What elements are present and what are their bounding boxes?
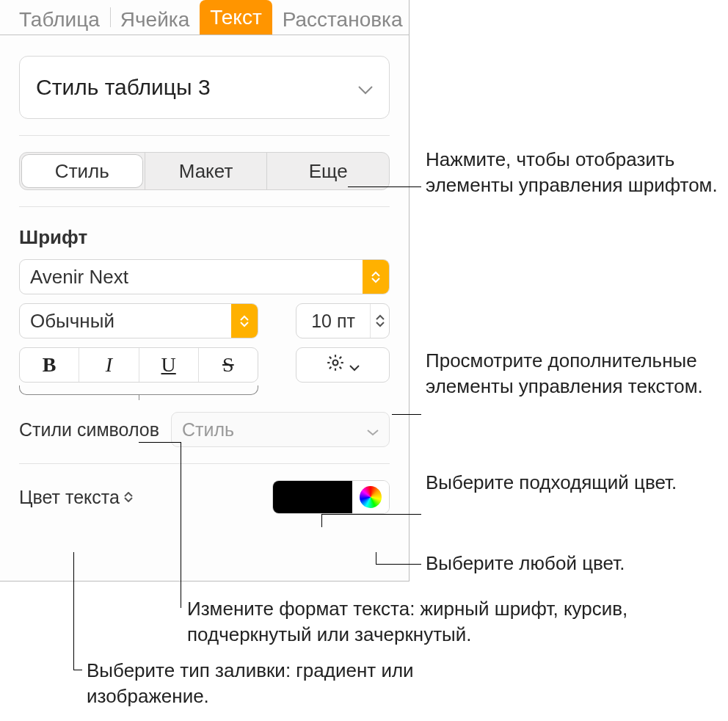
updown-icon: [363, 260, 389, 294]
bold-button[interactable]: B: [20, 348, 79, 382]
svg-point-0: [333, 360, 338, 365]
tab-table[interactable]: Таблица: [9, 0, 110, 35]
chevron-down-icon: [349, 354, 360, 377]
gear-icon: [326, 353, 345, 377]
callout-font-controls: Нажмите, чтобы отобразить элементы управ…: [426, 147, 719, 198]
divider: [19, 135, 390, 136]
subtab-more[interactable]: Еще: [266, 153, 389, 189]
font-weight-popup[interactable]: Обычный: [19, 303, 258, 338]
text-color-controls: [272, 480, 390, 514]
color-picker-button[interactable]: [352, 481, 389, 513]
character-style-placeholder: Стиль: [182, 419, 234, 441]
text-color-label: Цвет текста: [19, 487, 120, 508]
font-weight-value: Обычный: [20, 310, 231, 333]
strikethrough-button[interactable]: S: [198, 348, 258, 382]
tab-text[interactable]: Текст: [200, 0, 272, 35]
divider: [19, 206, 390, 207]
callout-advanced-text: Просмотрите дополнительные элементы упра…: [426, 348, 727, 399]
color-wheel-icon: [360, 486, 382, 508]
stepper-icon[interactable]: [370, 304, 389, 338]
svg-line-5: [330, 356, 331, 358]
subtab-layout[interactable]: Макет: [145, 153, 267, 189]
updown-icon: [231, 304, 258, 338]
text-color-label-popup[interactable]: Цвет текста: [19, 487, 133, 508]
text-format-group: B I U S: [19, 347, 258, 383]
inspector-tabs: Таблица Ячейка Текст Расстановка: [0, 0, 409, 35]
divider: [19, 463, 390, 464]
text-subtabs: Стиль Макет Еще: [19, 152, 390, 190]
updown-icon: [124, 492, 133, 502]
italic-button[interactable]: I: [79, 348, 138, 382]
character-styles-label: Стили символов: [19, 419, 159, 441]
tab-arrange[interactable]: Расстановка: [272, 0, 413, 35]
paragraph-style-popup[interactable]: Стиль таблицы 3: [19, 56, 390, 119]
underline-button[interactable]: U: [139, 348, 198, 382]
chevron-down-icon: [367, 419, 379, 441]
font-section-label: Шрифт: [19, 226, 390, 249]
format-inspector-panel: Таблица Ячейка Текст Расстановка Стиль т…: [0, 0, 410, 581]
font-family-value: Avenir Next: [20, 266, 363, 289]
color-well[interactable]: [273, 481, 352, 513]
svg-line-7: [330, 366, 331, 368]
callout-text-format: Измените формат текста: жирный шрифт, ку…: [187, 596, 657, 648]
tab-cell[interactable]: Ячейка: [110, 0, 200, 35]
advanced-text-options-button[interactable]: [296, 347, 390, 383]
subtab-style[interactable]: Стиль: [21, 154, 143, 188]
callout-fill-type: Выберите тип заливки: градиент или изобр…: [87, 658, 454, 709]
character-style-popup[interactable]: Стиль: [171, 412, 390, 447]
callout-choose-preset-color: Выберите подходящий цвет.: [426, 470, 719, 496]
font-size-value: 10 пт: [296, 311, 370, 332]
callout-choose-any-color: Выберите любой цвет.: [426, 551, 719, 576]
font-family-popup[interactable]: Avenir Next: [19, 259, 390, 294]
svg-line-6: [340, 366, 341, 368]
paragraph-style-value: Стиль таблицы 3: [36, 75, 211, 100]
chevron-down-icon: [358, 75, 373, 100]
font-size-field[interactable]: 10 пт: [296, 303, 390, 338]
brace-decoration: [19, 385, 258, 397]
svg-line-8: [340, 356, 341, 358]
